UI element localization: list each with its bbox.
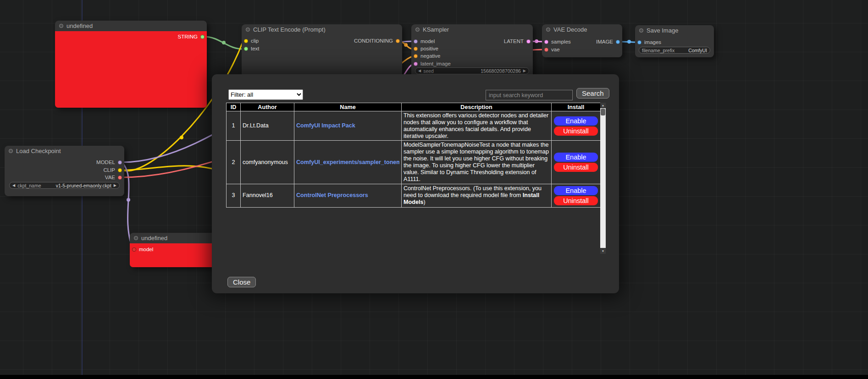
node-vae-decode[interactable]: VAE Decode samples vae IMAGE <box>542 24 622 57</box>
enable-button[interactable]: Enable <box>554 116 598 126</box>
wire-string-to-text <box>204 37 243 49</box>
table-row: 3 Fannovel16 ControlNet Preprocessors Co… <box>227 184 601 207</box>
node-ksampler[interactable]: KSampler model positive negative latent_… <box>411 24 533 78</box>
collapse-dot-icon[interactable] <box>639 28 643 33</box>
search-input[interactable] <box>486 90 573 100</box>
input-slot-vae[interactable]: vae <box>544 46 560 53</box>
collapse-dot-icon[interactable] <box>9 149 13 153</box>
uninstall-button[interactable]: Uninstall <box>554 196 598 205</box>
latent-slot-icon[interactable] <box>526 39 531 44</box>
header-install: Install <box>552 103 601 111</box>
vae-slot-icon[interactable] <box>544 48 548 52</box>
input-slot-model[interactable]: model <box>414 38 435 44</box>
seed-widget[interactable]: seed 156680208700286 <box>415 67 529 74</box>
header-name: Name <box>294 103 402 111</box>
latent-slot-icon[interactable] <box>414 62 418 66</box>
string-slot-icon[interactable] <box>200 35 205 39</box>
input-slot-positive[interactable]: positive <box>414 45 438 52</box>
next-arrow-icon[interactable] <box>114 184 116 187</box>
search-button[interactable]: Search <box>576 88 609 99</box>
node-title: Save Image <box>647 27 678 34</box>
node-error-body <box>55 31 207 108</box>
table-scrollbar[interactable] <box>600 103 606 254</box>
model-slot-icon[interactable] <box>414 39 418 44</box>
header-author: Author <box>241 103 294 111</box>
input-slot-latent-image[interactable]: latent_image <box>414 60 451 67</box>
header-description: Description <box>402 103 552 111</box>
node-clip-text-encode[interactable]: CLIP Text Encode (Prompt) clip text COND… <box>242 24 402 78</box>
node-title: VAE Decode <box>553 26 587 33</box>
cell-install: Enable Uninstall <box>552 184 601 207</box>
vae-slot-icon[interactable] <box>118 176 122 180</box>
previous-arrow-icon[interactable] <box>12 184 15 187</box>
ckpt-name-widget[interactable]: ckpt_name v1-5-pruned-emaonly.ckpt <box>9 182 120 189</box>
node-undefined-top[interactable]: undefined STRING <box>55 21 207 108</box>
output-slot-image[interactable]: IMAGE <box>596 38 620 45</box>
enable-button[interactable]: Enable <box>554 186 598 195</box>
node-save-image[interactable]: Save Image images filename_prefix ComfyU… <box>635 25 714 57</box>
wire-dot <box>222 41 226 44</box>
node-header[interactable]: KSampler <box>411 24 533 35</box>
image-slot-icon[interactable] <box>637 40 641 44</box>
cell-description: ControlNet Preprocessors. (To use this e… <box>402 184 552 207</box>
output-slot-model[interactable]: MODEL <box>96 159 122 165</box>
extension-link[interactable]: ComfyUI Impact Pack <box>296 122 399 129</box>
collapse-dot-icon[interactable] <box>59 24 63 28</box>
cell-description: ModelSamplerTonemapNoiseTest a node that… <box>402 141 552 184</box>
input-slot-clip[interactable]: clip <box>244 38 259 44</box>
scrollbar-up-icon[interactable] <box>600 103 606 108</box>
node-header[interactable]: undefined <box>55 21 207 31</box>
filter-select[interactable]: Filter: all <box>228 89 303 100</box>
collapse-dot-icon[interactable] <box>415 27 420 32</box>
conditioning-slot-icon[interactable] <box>414 47 418 51</box>
conditioning-slot-icon[interactable] <box>396 39 400 43</box>
collapse-dot-icon[interactable] <box>546 27 550 32</box>
close-button[interactable]: Close <box>227 277 256 287</box>
scrollbar-thumb[interactable] <box>601 109 605 115</box>
image-slot-icon[interactable] <box>616 40 620 44</box>
output-slot-string[interactable]: STRING <box>178 33 205 40</box>
wire-dot <box>627 40 631 44</box>
node-header[interactable]: CLIP Text Encode (Prompt) <box>242 24 402 35</box>
uninstall-button[interactable]: Uninstall <box>554 126 598 136</box>
cell-author: Fannovel16 <box>241 184 294 207</box>
input-slot-negative[interactable]: negative <box>414 53 440 59</box>
cell-id: 3 <box>227 184 241 207</box>
conditioning-slot-icon[interactable] <box>414 54 418 58</box>
node-load-checkpoint[interactable]: Load Checkpoint MODEL CLIP VAE ckpt_name… <box>5 146 124 196</box>
node-title: KSampler <box>423 26 449 33</box>
output-slot-vae[interactable]: VAE <box>105 174 122 181</box>
clip-slot-icon[interactable] <box>244 39 248 43</box>
output-slot-latent[interactable]: LATENT <box>504 38 531 44</box>
node-header[interactable]: VAE Decode <box>542 24 622 35</box>
collapse-dot-icon[interactable] <box>134 236 138 240</box>
filename-prefix-widget[interactable]: filename_prefix ComfyUI <box>639 47 710 54</box>
clip-slot-icon[interactable] <box>118 168 122 172</box>
latent-slot-icon[interactable] <box>544 40 548 44</box>
enable-button[interactable]: Enable <box>554 153 598 162</box>
input-slot-images[interactable]: images <box>637 39 661 45</box>
collapse-dot-icon[interactable] <box>246 27 250 32</box>
scrollbar-down-icon[interactable] <box>600 248 606 254</box>
input-slot-text[interactable]: text <box>244 45 260 52</box>
input-slot-samples[interactable]: samples <box>544 38 571 45</box>
decrement-arrow-icon[interactable] <box>418 69 421 73</box>
extension-link[interactable]: ComfyUI_experiments/sampler_tonemap <box>296 159 399 166</box>
model-slot-icon[interactable] <box>118 160 122 165</box>
uninstall-button[interactable]: Uninstall <box>554 163 598 172</box>
cell-install: Enable Uninstall <box>552 111 601 141</box>
node-header[interactable]: Save Image <box>635 25 714 36</box>
output-slot-clip[interactable]: CLIP <box>103 167 122 173</box>
error-slot-icon[interactable] <box>132 247 136 252</box>
output-slot-conditioning[interactable]: CONDITIONING <box>354 38 400 44</box>
input-slot-model[interactable]: model <box>132 246 153 253</box>
cell-install: Enable Uninstall <box>552 141 601 184</box>
increment-arrow-icon[interactable] <box>523 69 526 73</box>
extension-link[interactable]: ControlNet Preprocessors <box>296 192 399 199</box>
string-slot-icon[interactable] <box>244 47 248 51</box>
node-header[interactable]: Load Checkpoint <box>5 146 124 156</box>
wire-dot <box>404 43 408 47</box>
cell-name: ComfyUI Impact Pack <box>294 111 402 141</box>
table-row: 2 comfyanonymous ComfyUI_experiments/sam… <box>227 141 601 184</box>
cell-id: 1 <box>227 111 241 141</box>
